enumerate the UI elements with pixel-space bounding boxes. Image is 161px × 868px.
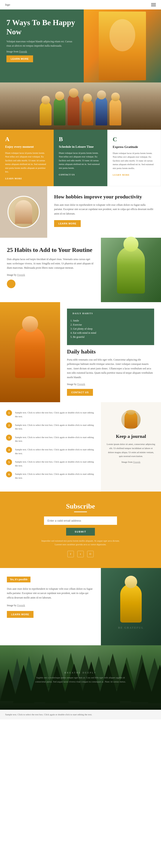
- journal-credit: Image from Freepik: [122, 460, 140, 464]
- subscribe-section: Subscribe SUBMIT Imperdiet sed euismod n…: [0, 492, 161, 568]
- num-text-3: Sample text. Click to select the text bo…: [15, 435, 95, 443]
- possible-credit: Image by Freepik: [7, 603, 94, 608]
- num-circle-3: 3: [6, 435, 12, 441]
- daily-content: DAILY HABITS 1. Smile 2. Exercise 3. Get…: [60, 302, 161, 402]
- card-a-link[interactable]: LEARN MORE: [5, 177, 22, 180]
- daily-section: DAILY HABITS 1. Smile 2. Exercise 3. Get…: [0, 302, 161, 402]
- journal-title: Keep a journal: [116, 434, 146, 439]
- breathe-deeply-text: BREATHE DEEPLY: [64, 671, 96, 674]
- list-item: 6 Sample text. Click to select the text …: [6, 471, 95, 480]
- daily-list-item-2: 2. Exercise: [70, 323, 151, 327]
- hobbies-content: How hobbies improve your productivity Du…: [47, 186, 161, 238]
- num-text-6: Sample text. Click to select the text bo…: [15, 471, 95, 480]
- list-item: 5 Sample text. Click to select the text …: [6, 459, 95, 467]
- hobbies-body: Duis aute irure dolor in reprehenderit i…: [54, 203, 154, 216]
- card-schedule: B Schedule in Leisure Time Diam volutpat…: [54, 130, 107, 186]
- num-circle-1: 1: [6, 410, 12, 416]
- daily-list-item-1: 1. Smile: [70, 319, 151, 323]
- num-circle-6: 6: [6, 471, 12, 477]
- social-icons: f t ©: [8, 551, 153, 557]
- hero-title: 7 Ways To Be Happy Now: [6, 18, 75, 36]
- subscribe-title: Subscribe: [8, 502, 153, 510]
- card-a-body: Diam volutpat lacus id porta lorem lorem…: [5, 151, 49, 174]
- group-photo-section: [0, 83, 161, 130]
- group-figure-4: [82, 100, 93, 125]
- subscribe-submit-button[interactable]: SUBMIT: [66, 528, 95, 535]
- habits25-image: [101, 238, 161, 302]
- habits25-credit: Image by Freepik: [7, 273, 94, 277]
- habits25-orange-circle: [7, 280, 15, 288]
- group-figure-6: [109, 99, 121, 125]
- possible-learn-more-button[interactable]: LEARN MORE: [7, 611, 33, 618]
- habits25-title: 25 Habits to Add to Your Routine: [7, 246, 94, 254]
- habits25-credit-link[interactable]: Freepik: [17, 273, 25, 276]
- habits25-person: [117, 246, 145, 293]
- card-b-link[interactable]: CONTACT US: [59, 174, 75, 176]
- num-text-2: Sample text. Click to select the text bo…: [15, 423, 95, 431]
- possible-body: Duis aute irure dolor in reprehenderit i…: [7, 587, 94, 600]
- group-figure-3: [68, 94, 79, 125]
- card-c-body: Diam volutpat lacus id porta lorem lorem…: [113, 151, 156, 170]
- hero-image: [84, 9, 161, 83]
- bottom-text: Sample text. Click to select the text bo…: [5, 713, 92, 716]
- card-b-letter: B: [59, 136, 102, 143]
- possible-section: Yes, it's possible Duis aute irure dolor…: [0, 568, 161, 645]
- bottom-bar: Sample text. Click to select the text bo…: [0, 710, 161, 720]
- be-grateful-text: BE GRATEFUL: [118, 626, 143, 629]
- menu-button[interactable]: [151, 3, 156, 6]
- possible-image: BE GRATEFUL: [101, 568, 161, 645]
- hero-learn-more-button[interactable]: LEARN MORE: [6, 55, 33, 62]
- group-figure-5: [96, 96, 107, 125]
- num-text-4: Sample text. Click to select the text bo…: [15, 447, 95, 455]
- card-c-title: Express Gratitude: [113, 145, 156, 149]
- card-c-link[interactable]: LEARN MORE: [113, 174, 130, 176]
- card-gratitude: C Express Gratitude Diam volutpat lacus …: [107, 130, 161, 186]
- three-cards-section: A Enjoy every moment Diam volutpat lacus…: [0, 130, 161, 186]
- num-text-1: Sample text. Click to select the text bo…: [15, 410, 95, 418]
- daily-credit-link[interactable]: Freepik: [77, 383, 85, 386]
- daily-person: [15, 327, 45, 378]
- num-circle-5: 5: [6, 459, 12, 465]
- journal-credit-link[interactable]: Freepik: [133, 461, 140, 463]
- subscribe-underline: [74, 512, 87, 512]
- daily-list: 1. Smile 2. Exercise 3. Get plenty of sl…: [70, 319, 151, 339]
- habits25-section: 25 Habits to Add to Your Routine Duis al…: [0, 238, 161, 302]
- list-item: 4 Sample text. Click to select the text …: [6, 447, 95, 455]
- subscribe-email-input[interactable]: [44, 517, 117, 525]
- hero-person-figure: [99, 11, 146, 80]
- subscribe-note: Imperdiet sed euismod nisi porta lorem m…: [40, 539, 121, 547]
- hero-body: Volutpat maecenas volutpat blandit adipi…: [6, 39, 75, 48]
- facebook-icon[interactable]: f: [67, 551, 74, 557]
- journal-panel: Keep a journal Lorem ipsum dolor sit ame…: [101, 402, 161, 491]
- habits25-content: 25 Habits to Add to Your Routine Duis al…: [0, 238, 101, 302]
- hero-section: 7 Ways To Be Happy Now Volutpat maecenas…: [0, 9, 161, 83]
- numbered-list: 1 Sample text. Click to select the text …: [0, 402, 101, 491]
- card-enjoy: A Enjoy every moment Diam volutpat lacus…: [0, 130, 54, 186]
- be-grateful-person: [120, 584, 142, 623]
- journal-avatar: [121, 410, 140, 429]
- num-circle-2: 2: [6, 423, 12, 428]
- possible-content: Yes, it's possible Duis aute irure dolor…: [0, 568, 101, 645]
- possible-credit-link[interactable]: Freepik: [17, 604, 25, 607]
- hobbies-person: [15, 200, 32, 224]
- possible-tag: Yes, it's possible: [7, 577, 31, 582]
- journal-section: 1 Sample text. Click to select the text …: [0, 402, 161, 491]
- list-item: 3 Sample text. Click to select the text …: [6, 435, 95, 443]
- daily-body: Porta nibh venenatis cras sed felis eget…: [67, 358, 154, 379]
- hobbies-learn-more-button[interactable]: LEARN MORE: [54, 220, 81, 227]
- instagram-icon[interactable]: ©: [87, 551, 94, 557]
- daily-contact-button[interactable]: CONTACT US: [67, 389, 93, 396]
- hobbies-section: How hobbies improve your productivity Du…: [0, 186, 161, 238]
- forest-content-box: Sagittis orci a scelerisque purus semper…: [27, 676, 134, 684]
- logo: logo: [5, 3, 10, 6]
- twitter-icon[interactable]: t: [77, 551, 84, 557]
- hobbies-title: How hobbies improve your productivity: [54, 194, 154, 200]
- group-figure-2: [54, 97, 65, 125]
- hero-credit-link[interactable]: Freepik: [19, 50, 27, 53]
- num-text-5: Sample text. Click to select the text bo…: [15, 459, 95, 467]
- daily-credit: Image by Freepik: [67, 382, 154, 386]
- daily-title: Daily habits: [67, 348, 154, 355]
- forest-section: BREATHE DEEPLY Sagittis orci a scelerisq…: [0, 645, 161, 710]
- daily-list-item-5: 5. Be grateful: [70, 335, 151, 339]
- card-a-letter: A: [5, 136, 49, 143]
